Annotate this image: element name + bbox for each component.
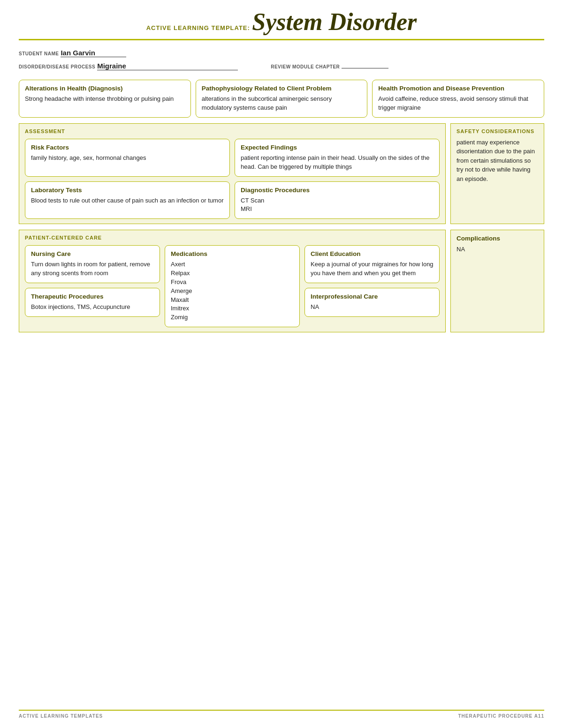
safety-body: patient may experience disorientation du…: [456, 138, 538, 184]
complications-body: NA: [456, 246, 538, 253]
expected-findings-card: Expected Findings patient reporting inte…: [235, 139, 440, 177]
pcc-left-col: Nursing Care Turn down lights in room fo…: [25, 245, 160, 327]
footer-left: Active Learning Templates: [19, 713, 103, 719]
student-info: Student Name Ian Garvin: [19, 49, 544, 59]
pcc-label: Patient-Centered Care: [25, 235, 440, 240]
expected-findings-title: Expected Findings: [241, 144, 434, 151]
expected-findings-body: patient reporting intense pain in their …: [241, 154, 434, 172]
complications-box: Complications NA: [450, 230, 544, 332]
footer-right: Therapeutic Procedure A11: [458, 713, 544, 719]
pcc-right-col: Client Education Keep a journal of your …: [304, 245, 440, 327]
page: Active Learning Template: System Disorde…: [0, 0, 563, 728]
health-promotion-body: Avoid caffeine, reduce stress, avoid sen…: [378, 95, 538, 113]
disorder-label: Disorder/Disease Process: [19, 64, 95, 69]
health-promotion-card: Health Promotion and Disease Prevention …: [372, 80, 544, 118]
risk-factors-card: Risk Factors family history, age, sex, h…: [25, 139, 230, 177]
alterations-card: Alterations in Health (Diagnosis) Strong…: [19, 80, 191, 118]
client-education-title: Client Education: [311, 250, 434, 257]
interprofessional-care-body: NA: [311, 303, 434, 312]
header-title: System Disorder: [252, 8, 417, 35]
therapeutic-procedures-card: Therapeutic Procedures Botox injections,…: [25, 288, 160, 317]
pathophysiology-title: Pathophysiology Related to Client Proble…: [202, 85, 362, 92]
nursing-care-body: Turn down lights in room for patient, re…: [31, 260, 154, 278]
alterations-body: Strong headache with intense throbbing o…: [25, 95, 185, 104]
pathophysiology-body: alterations in the subcortical aminergei…: [202, 95, 362, 113]
health-promotion-title: Health Promotion and Disease Prevention: [378, 85, 538, 92]
therapeutic-procedures-body: Botox injections, TMS, Accupuncture: [31, 303, 154, 312]
pathophysiology-card: Pathophysiology Related to Client Proble…: [196, 80, 368, 118]
header-small-label: Active Learning Template:: [146, 24, 250, 31]
medications-body: Axert Relpax Frova Amerge Maxalt Imitrex…: [171, 260, 294, 322]
medications-title: Medications: [171, 250, 294, 257]
name-label: Student Name: [19, 51, 59, 56]
pcc-grid: Nursing Care Turn down lights in room fo…: [25, 245, 440, 327]
review-value: [342, 68, 388, 68]
assessment-grid: Risk Factors family history, age, sex, h…: [25, 139, 440, 219]
review-label: Review Module Chapter: [271, 64, 340, 69]
laboratory-tests-title: Laboratory Tests: [31, 187, 224, 194]
top-section: Alterations in Health (Diagnosis) Strong…: [19, 80, 544, 118]
interprofessional-care-card: Interprofessional Care NA: [304, 288, 440, 317]
assessment-label: Assessment: [25, 128, 440, 134]
client-education-body: Keep a journal of your migraines for how…: [311, 260, 434, 278]
pcc-main: Patient-Centered Care Nursing Care Turn …: [19, 230, 446, 332]
disorder-value: Migraine: [97, 62, 238, 70]
safety-box: Safety Considerations patient may experi…: [450, 123, 544, 224]
medications-card: Medications Axert Relpax Frova Amerge Ma…: [165, 245, 300, 327]
laboratory-tests-body: Blood tests to rule out other cause of p…: [31, 196, 224, 205]
footer: Active Learning Templates Therapeutic Pr…: [19, 710, 544, 719]
therapeutic-procedures-title: Therapeutic Procedures: [31, 293, 154, 300]
complications-title: Complications: [456, 235, 538, 242]
risk-factors-body: family history, age, sex, hormonal chang…: [31, 154, 224, 163]
risk-factors-title: Risk Factors: [31, 144, 224, 151]
client-education-card: Client Education Keep a journal of your …: [304, 245, 440, 283]
diagnostic-procedures-body: CT Scan MRI: [241, 196, 434, 214]
diagnostic-procedures-title: Diagnostic Procedures: [241, 187, 434, 194]
diagnostic-procedures-card: Diagnostic Procedures CT Scan MRI: [235, 181, 440, 219]
assessment-main: Assessment Risk Factors family history, …: [19, 123, 446, 224]
assessment-section: Assessment Risk Factors family history, …: [19, 123, 544, 224]
header: Active Learning Template: System Disorde…: [19, 0, 544, 40]
nursing-care-card: Nursing Care Turn down lights in room fo…: [25, 245, 160, 283]
name-value: Ian Garvin: [61, 49, 126, 57]
laboratory-tests-card: Laboratory Tests Blood tests to rule out…: [25, 181, 230, 219]
safety-title: Safety Considerations: [456, 128, 538, 134]
interprofessional-care-title: Interprofessional Care: [311, 293, 434, 300]
pcc-section: Patient-Centered Care Nursing Care Turn …: [19, 230, 544, 332]
alterations-title: Alterations in Health (Diagnosis): [25, 85, 185, 92]
nursing-care-title: Nursing Care: [31, 250, 154, 257]
